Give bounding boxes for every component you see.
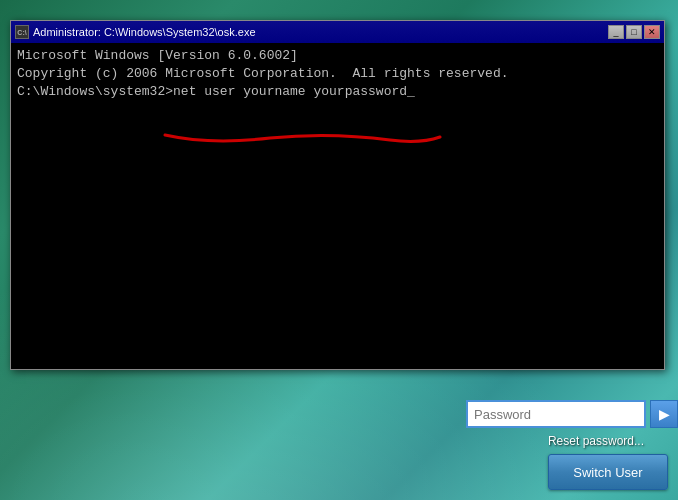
- cmd-window-icon: C:\: [15, 25, 29, 39]
- cmd-titlebar: C:\ Administrator: C:\Windows\System32\o…: [11, 21, 664, 43]
- cmd-line-2: Copyright (c) 2006 Microsoft Corporation…: [17, 65, 658, 83]
- maximize-button[interactable]: □: [626, 25, 642, 39]
- login-panel: ▶ Reset password... Switch User: [438, 400, 678, 490]
- cmd-title: Administrator: C:\Windows\System32\osk.e…: [33, 26, 256, 38]
- password-row: ▶: [466, 400, 678, 428]
- arrow-icon: ▶: [659, 406, 670, 422]
- cmd-titlebar-buttons: _ □ ✕: [608, 25, 660, 39]
- desktop: C:\ Administrator: C:\Windows\System32\o…: [0, 0, 678, 500]
- cmd-line-4: C:\Windows\system32>net user yourname yo…: [17, 83, 658, 101]
- reset-password-link[interactable]: Reset password...: [548, 434, 644, 448]
- cmd-line-1: Microsoft Windows [Version 6.0.6002]: [17, 47, 658, 65]
- close-button[interactable]: ✕: [644, 25, 660, 39]
- minimize-button[interactable]: _: [608, 25, 624, 39]
- cmd-body: Microsoft Windows [Version 6.0.6002] Cop…: [11, 43, 664, 369]
- password-input[interactable]: [466, 400, 646, 428]
- cmd-titlebar-left: C:\ Administrator: C:\Windows\System32\o…: [15, 25, 256, 39]
- switch-user-button[interactable]: Switch User: [548, 454, 668, 490]
- password-submit-button[interactable]: ▶: [650, 400, 678, 428]
- cmd-window: C:\ Administrator: C:\Windows\System32\o…: [10, 20, 665, 370]
